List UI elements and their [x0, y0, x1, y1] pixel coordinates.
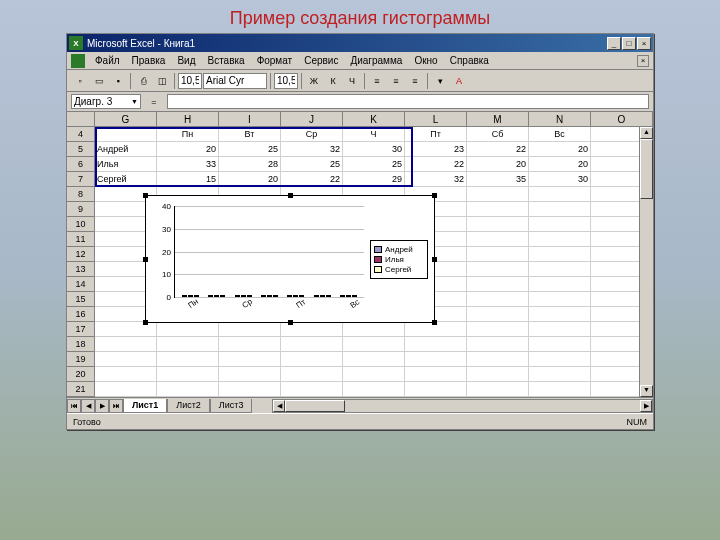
cell-J19[interactable] — [281, 352, 343, 366]
sheet-tab-1[interactable]: Лист1 — [123, 399, 167, 413]
menu-окно[interactable]: Окно — [408, 53, 443, 68]
cell-M17[interactable] — [467, 322, 529, 336]
cell-H5[interactable]: 20 — [157, 142, 219, 156]
row-header-5[interactable]: 5 — [67, 142, 95, 157]
row-header-20[interactable]: 20 — [67, 367, 95, 382]
align-center-icon[interactable]: ≡ — [387, 72, 405, 90]
cell-N13[interactable] — [529, 262, 591, 276]
cell-G21[interactable] — [95, 382, 157, 396]
menu-сервис[interactable]: Сервис — [298, 53, 344, 68]
fill-color-icon[interactable]: ▾ — [431, 72, 449, 90]
cell-L18[interactable] — [405, 337, 467, 351]
cell-J18[interactable] — [281, 337, 343, 351]
cell-L20[interactable] — [405, 367, 467, 381]
cell-L21[interactable] — [405, 382, 467, 396]
cell-J20[interactable] — [281, 367, 343, 381]
col-header-M[interactable]: M — [467, 112, 529, 126]
bar-Илья-Сб[interactable] — [320, 295, 325, 297]
open-icon[interactable]: ▭ — [90, 72, 108, 90]
cell-K17[interactable] — [343, 322, 405, 336]
cell-I4[interactable]: Вт — [219, 127, 281, 141]
cells-area[interactable]: 010203040ПнСрПтВс АндрейИльяСергей ПнВтС… — [95, 127, 653, 397]
scroll-right-icon[interactable]: ▶ — [640, 400, 652, 412]
row-header-19[interactable]: 19 — [67, 352, 95, 367]
bar-Илья-Ч[interactable] — [267, 295, 272, 297]
cell-H20[interactable] — [157, 367, 219, 381]
cell-M9[interactable] — [467, 202, 529, 216]
cell-N17[interactable] — [529, 322, 591, 336]
cell-N7[interactable]: 30 — [529, 172, 591, 186]
scroll-down-icon[interactable]: ▼ — [640, 385, 653, 397]
row-header-17[interactable]: 17 — [67, 322, 95, 337]
col-header-K[interactable]: K — [343, 112, 405, 126]
cell-I7[interactable]: 20 — [219, 172, 281, 186]
cell-K6[interactable]: 25 — [343, 157, 405, 171]
bar-Сергей-Ч[interactable] — [273, 295, 278, 297]
bar-Илья-Вт[interactable] — [214, 295, 219, 297]
cell-M20[interactable] — [467, 367, 529, 381]
cell-G4[interactable] — [95, 127, 157, 141]
bar-Илья-Пт[interactable] — [293, 295, 298, 297]
cell-M14[interactable] — [467, 277, 529, 291]
menu-вставка[interactable]: Вставка — [201, 53, 250, 68]
scroll-left-icon[interactable]: ◀ — [273, 400, 285, 412]
maximize-button[interactable]: □ — [622, 37, 636, 50]
bar-Сергей-Вс[interactable] — [352, 295, 357, 297]
cell-I5[interactable]: 25 — [219, 142, 281, 156]
cell-N12[interactable] — [529, 247, 591, 261]
col-header-I[interactable]: I — [219, 112, 281, 126]
select-all-corner[interactable] — [67, 112, 95, 126]
cell-N5[interactable]: 20 — [529, 142, 591, 156]
col-header-G[interactable]: G — [95, 112, 157, 126]
legend-item-Андрей[interactable]: Андрей — [374, 245, 424, 254]
cell-M18[interactable] — [467, 337, 529, 351]
cell-N15[interactable] — [529, 292, 591, 306]
cell-M4[interactable]: Сб — [467, 127, 529, 141]
resize-handle-ne[interactable] — [432, 193, 437, 198]
cell-M12[interactable] — [467, 247, 529, 261]
row-header-10[interactable]: 10 — [67, 217, 95, 232]
vertical-scrollbar[interactable]: ▲ ▼ — [639, 127, 653, 397]
cell-N14[interactable] — [529, 277, 591, 291]
cell-N20[interactable] — [529, 367, 591, 381]
cell-G19[interactable] — [95, 352, 157, 366]
cell-J4[interactable]: Ср — [281, 127, 343, 141]
cell-G6[interactable]: Илья — [95, 157, 157, 171]
menu-вид[interactable]: Вид — [171, 53, 201, 68]
cell-N16[interactable] — [529, 307, 591, 321]
menu-формат[interactable]: Формат — [251, 53, 299, 68]
cell-M6[interactable]: 20 — [467, 157, 529, 171]
row-header-4[interactable]: 4 — [67, 127, 95, 142]
bar-Сергей-Вт[interactable] — [220, 295, 225, 297]
sheet-tab-3[interactable]: Лист3 — [210, 399, 253, 413]
cell-J5[interactable]: 32 — [281, 142, 343, 156]
cell-L19[interactable] — [405, 352, 467, 366]
cell-G5[interactable]: Андрей — [95, 142, 157, 156]
cell-I20[interactable] — [219, 367, 281, 381]
cell-M19[interactable] — [467, 352, 529, 366]
resize-handle-w[interactable] — [143, 257, 148, 262]
cell-K7[interactable]: 29 — [343, 172, 405, 186]
col-header-O[interactable]: O — [591, 112, 653, 126]
bar-Илья-Пн[interactable] — [188, 295, 193, 297]
bar-Андрей-Ч[interactable] — [261, 295, 266, 297]
font-name-input[interactable] — [203, 73, 267, 89]
chart-legend[interactable]: АндрейИльяСергей — [370, 240, 428, 279]
cell-N10[interactable] — [529, 217, 591, 231]
cell-M16[interactable] — [467, 307, 529, 321]
cell-N9[interactable] — [529, 202, 591, 216]
chart-plot-area[interactable]: 010203040ПнСрПтВс — [174, 206, 364, 298]
cell-M8[interactable] — [467, 187, 529, 201]
row-header-18[interactable]: 18 — [67, 337, 95, 352]
resize-handle-e[interactable] — [432, 257, 437, 262]
cell-K19[interactable] — [343, 352, 405, 366]
menu-справка[interactable]: Справка — [444, 53, 495, 68]
col-header-N[interactable]: N — [529, 112, 591, 126]
bar-Андрей-Вс[interactable] — [340, 295, 345, 297]
cell-J21[interactable] — [281, 382, 343, 396]
legend-item-Илья[interactable]: Илья — [374, 255, 424, 264]
italic-button[interactable]: К — [324, 72, 342, 90]
cell-N21[interactable] — [529, 382, 591, 396]
col-header-H[interactable]: H — [157, 112, 219, 126]
name-box[interactable]: Диагр. 3 ▼ — [71, 94, 141, 109]
